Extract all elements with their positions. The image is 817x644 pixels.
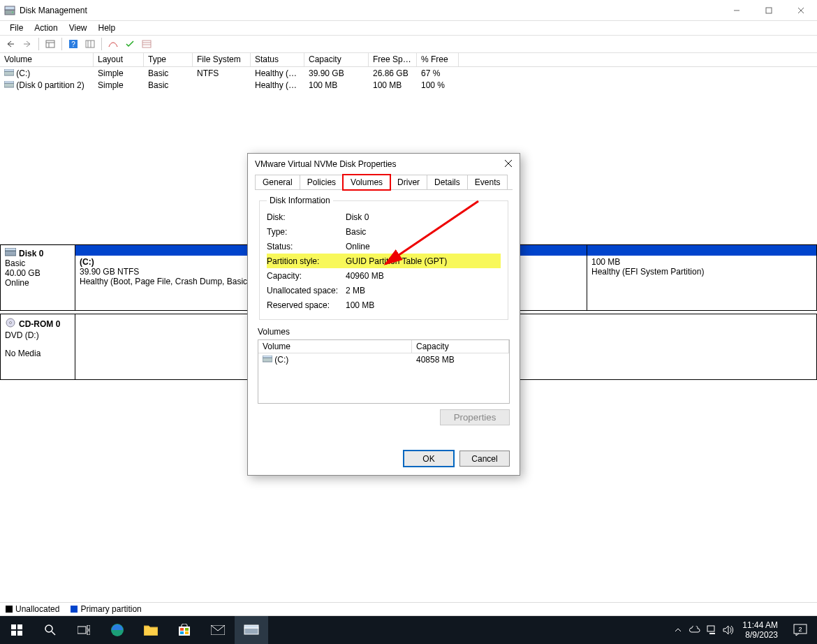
tab-events[interactable]: Events [467, 175, 508, 190]
menu-action[interactable]: Action [29, 22, 63, 34]
partition-header [587, 245, 816, 256]
tab-volumes[interactable]: Volumes [343, 175, 390, 190]
volume-fs [193, 79, 251, 91]
start-button[interactable] [0, 616, 34, 644]
svg-rect-17 [142, 41, 151, 47]
svg-rect-50 [244, 625, 258, 628]
col-layout[interactable]: Layout [94, 53, 144, 66]
partition[interactable]: 100 MB Healthy (EFI System Partition) [587, 244, 817, 311]
svg-text:2: 2 [798, 626, 802, 633]
tab-driver[interactable]: Driver [390, 175, 427, 190]
svg-point-27 [10, 322, 12, 324]
tray-onedrive-icon[interactable] [686, 616, 703, 644]
svg-rect-41 [87, 631, 90, 635]
taskbar: 11:44 AM 8/9/2023 2 [0, 616, 817, 644]
dialog-titlebar[interactable]: VMware Virtual NVMe Disk Properties [248, 154, 520, 175]
svg-rect-36 [17, 631, 22, 636]
svg-rect-51 [707, 626, 714, 631]
volume-row[interactable]: (Disk 0 partition 2) Simple Basic Health… [0, 79, 817, 91]
col-pctfree[interactable]: % Free [417, 53, 459, 66]
col-status[interactable]: Status [251, 53, 304, 66]
toolbar-settings-button[interactable] [82, 37, 98, 51]
info-capacity-label: Capacity: [267, 271, 346, 281]
dialog-close-button[interactable] [504, 159, 513, 170]
minimize-button[interactable] [721, 0, 753, 21]
col-capacity[interactable]: Capacity [304, 53, 369, 66]
info-type-value: Basic [346, 227, 366, 237]
voltbl-col-volume[interactable]: Volume [258, 340, 412, 353]
svg-line-38 [52, 631, 55, 635]
col-volume[interactable]: Volume [0, 53, 94, 66]
toolbar-view-button[interactable] [43, 37, 58, 51]
taskbar-search-button[interactable] [34, 616, 67, 644]
partition-detail: 100 MB [591, 257, 812, 267]
legend-primary: Primary partition [71, 604, 141, 614]
svg-rect-39 [78, 627, 86, 634]
menu-view[interactable]: View [64, 22, 93, 34]
nav-forward-button[interactable] [20, 37, 35, 51]
volume-status: Healthy (E... [251, 79, 304, 91]
info-capacity-value: 40960 MB [346, 271, 384, 281]
toolbar-list-button[interactable] [139, 37, 154, 51]
volume-row[interactable]: (C:) Simple Basic NTFS Healthy (B... 39.… [0, 67, 817, 79]
taskbar-diskmgmt-icon[interactable] [235, 616, 268, 644]
tray-notifications-button[interactable]: 2 [783, 616, 817, 644]
info-type-label: Type: [267, 227, 346, 237]
taskbar-store-icon[interactable] [168, 616, 201, 644]
tray-network-icon[interactable] [703, 616, 720, 644]
svg-rect-9 [46, 41, 54, 47]
taskbar-mail-icon[interactable] [201, 616, 235, 644]
col-type[interactable]: Type [144, 53, 193, 66]
toolbar-help-button[interactable]: ? [66, 37, 81, 51]
volume-icon [263, 355, 272, 365]
svg-rect-31 [263, 356, 272, 358]
voltbl-row[interactable]: (C:) 40858 MB [258, 353, 509, 366]
taskbar-explorer-icon[interactable] [134, 616, 168, 644]
voltbl-col-capacity[interactable]: Capacity [412, 340, 509, 353]
disk-info: Disk 0 Basic 40.00 GB Online [0, 244, 75, 311]
tray-clock[interactable]: 11:44 AM 8/9/2023 [737, 620, 783, 640]
tab-policies[interactable]: Policies [300, 175, 344, 190]
tray-chevron-up-icon[interactable] [670, 616, 686, 644]
close-button[interactable] [785, 0, 817, 21]
tray-date: 8/9/2023 [742, 630, 778, 640]
menu-help[interactable]: Help [93, 22, 122, 34]
tray-sound-icon[interactable] [720, 616, 737, 644]
taskbar-edge-icon[interactable] [101, 616, 134, 644]
volume-type: Basic [144, 79, 193, 91]
volume-type: Basic [144, 67, 193, 79]
system-tray: 11:44 AM 8/9/2023 2 [670, 616, 817, 644]
toolbar-check-button[interactable] [122, 37, 138, 51]
svg-rect-46 [180, 631, 184, 634]
tab-general[interactable]: General [255, 175, 300, 190]
volume-free: 26.86 GB [369, 67, 417, 79]
disk-icon [5, 248, 16, 258]
volume-capacity: 100 MB [304, 79, 369, 91]
volume-name: (C:) [16, 68, 30, 78]
col-filesystem[interactable]: File System [193, 53, 251, 66]
disk-type: DVD (D:) [5, 330, 71, 340]
tab-details[interactable]: Details [427, 175, 468, 190]
toolbar-separator [101, 38, 102, 50]
svg-rect-20 [4, 71, 14, 75]
volume-list-header: Volume Layout Type File System Status Ca… [0, 53, 817, 67]
info-partition-style-value: GUID Partition Table (GPT) [346, 256, 447, 266]
volumes-section-label: Volumes [258, 327, 510, 337]
volume-layout: Simple [94, 79, 144, 91]
volumes-table[interactable]: Volume Capacity (C:) 40858 MB [258, 339, 510, 404]
svg-rect-22 [4, 83, 14, 87]
maximize-button[interactable] [753, 0, 785, 21]
svg-rect-35 [11, 631, 16, 636]
volume-pct: 67 % [417, 67, 459, 79]
col-freespace[interactable]: Free Spa... [369, 53, 417, 66]
ok-button[interactable]: OK [404, 451, 454, 467]
toolbar-action-button[interactable] [105, 37, 121, 51]
nav-back-button[interactable] [3, 37, 18, 51]
cancel-button[interactable]: Cancel [459, 451, 510, 467]
toolbar: ? [0, 35, 817, 53]
volume-icon [4, 68, 14, 78]
taskbar-taskview-button[interactable] [67, 616, 101, 644]
menu-file[interactable]: File [4, 22, 29, 34]
svg-rect-24 [5, 251, 16, 256]
toolbar-separator [61, 38, 62, 50]
